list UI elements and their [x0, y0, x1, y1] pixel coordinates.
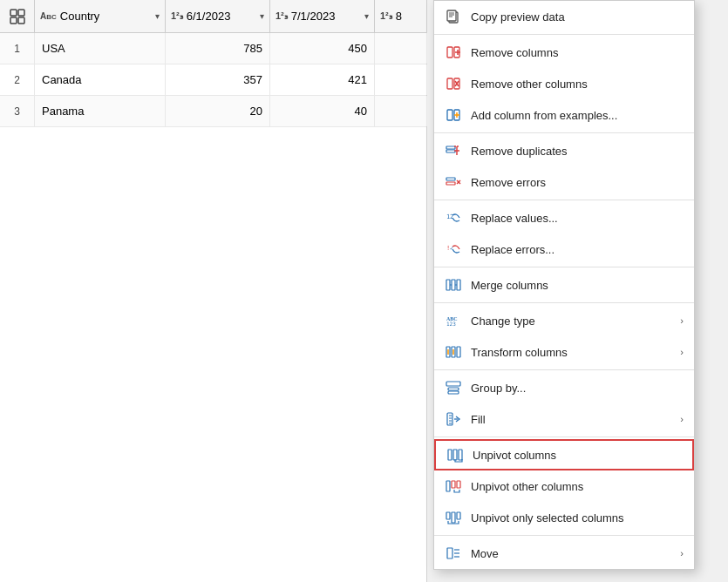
date3-col-label: 8 — [396, 10, 402, 23]
table-row: 2 Canada 357 421 — [0, 64, 426, 96]
svg-rect-62 — [452, 512, 455, 523]
menu-item-transform-columns[interactable]: Transform columns › — [434, 336, 694, 368]
svg-rect-37 — [457, 280, 460, 290]
column-header-country[interactable]: ABC Country ▾ — [35, 0, 166, 32]
fill-icon — [445, 410, 462, 428]
menu-item-unpivot-other-columns[interactable]: Unpivot other columns — [434, 470, 694, 502]
svg-rect-21 — [446, 146, 455, 149]
separator — [434, 535, 694, 536]
svg-rect-22 — [446, 150, 455, 152]
menu-item-remove-errors[interactable]: Remove errors — [434, 166, 694, 198]
menu-item-add-column-examples[interactable]: Add column from examples... — [434, 99, 694, 131]
change-type-arrow: › — [680, 315, 684, 326]
svg-rect-63 — [457, 512, 460, 519]
menu-item-unpivot-columns[interactable]: Unpivot columns — [434, 439, 694, 470]
cell-val3-3 — [375, 96, 427, 126]
svg-rect-9 — [447, 47, 452, 58]
menu-item-merge-columns[interactable]: Merge columns — [434, 269, 694, 301]
corner-header — [0, 0, 35, 32]
svg-rect-1 — [18, 10, 24, 16]
row-index-1: 1 — [0, 33, 35, 64]
transform-columns-label: Transform columns — [471, 346, 671, 359]
menu-item-change-type[interactable]: ABC 123 Change type › — [434, 305, 694, 336]
menu-item-remove-duplicates[interactable]: Remove duplicates — [434, 135, 694, 166]
cell-val1-3: 20 — [166, 96, 270, 126]
cell-val2-2: 421 — [270, 64, 375, 95]
svg-rect-2 — [10, 17, 17, 24]
cell-val2-3: 40 — [270, 96, 375, 126]
merge-columns-icon — [445, 276, 462, 294]
cell-val1-1: 785 — [166, 33, 270, 64]
cell-val2-1: 450 — [270, 33, 375, 64]
svg-rect-46 — [446, 382, 460, 386]
country-type-icon: ABC — [40, 11, 57, 21]
column-header-date1[interactable]: 1²₃ 6/1/2023 ▾ — [166, 0, 270, 32]
unpivot-selected-icon — [445, 509, 462, 526]
add-column-examples-label: Add column from examples... — [471, 109, 684, 122]
row-index-2: 2 — [0, 64, 35, 95]
separator — [434, 132, 694, 133]
move-label: Move — [471, 547, 671, 560]
table-row: 3 Panama 20 40 — [0, 96, 426, 127]
separator — [434, 34, 694, 35]
cell-val1-2: 357 — [166, 64, 270, 95]
svg-rect-5 — [447, 10, 456, 21]
svg-rect-17 — [447, 110, 452, 120]
country-dropdown-arrow[interactable]: ▾ — [155, 11, 160, 21]
menu-item-remove-columns[interactable]: Remove columns — [434, 37, 694, 68]
remove-errors-icon — [445, 173, 462, 191]
svg-rect-60 — [457, 481, 460, 488]
date1-dropdown-arrow[interactable]: ▾ — [260, 11, 264, 21]
column-header-date2[interactable]: 1²₃ 7/1/2023 ▾ — [270, 0, 375, 32]
separator — [434, 436, 694, 437]
svg-rect-59 — [452, 481, 455, 488]
date1-type-icon: 1²₃ — [171, 10, 183, 22]
menu-item-copy-preview[interactable]: Copy preview data — [434, 1, 694, 32]
menu-item-unpivot-selected[interactable]: Unpivot only selected columns — [434, 502, 694, 533]
remove-duplicates-label: Remove duplicates — [471, 145, 684, 158]
row-index-3: 3 — [0, 96, 35, 126]
svg-rect-34 — [446, 280, 450, 290]
move-icon — [445, 545, 462, 562]
menu-item-move[interactable]: Move › — [434, 538, 694, 569]
date2-dropdown-arrow[interactable]: ▾ — [364, 11, 369, 21]
replace-errors-label: Replace errors... — [471, 243, 684, 256]
menu-item-replace-values[interactable]: 1 2 Replace values... — [434, 202, 694, 233]
transform-columns-arrow: › — [680, 347, 684, 357]
remove-other-columns-label: Remove other columns — [471, 78, 684, 91]
menu-item-replace-errors[interactable]: ! ✓ Replace errors... — [434, 233, 694, 265]
replace-errors-icon: ! ✓ — [445, 240, 462, 258]
svg-rect-57 — [459, 450, 462, 460]
cell-val3-2 — [375, 64, 427, 95]
merge-columns-label: Merge columns — [471, 279, 684, 292]
svg-rect-27 — [446, 182, 455, 185]
svg-text:123: 123 — [446, 321, 456, 327]
date3-type-icon: 1²₃ — [380, 10, 392, 22]
remove-columns-label: Remove columns — [471, 46, 684, 59]
table-area: ABC Country ▾ 1²₃ 6/1/2023 ▾ 1²₃ 7/1/202… — [0, 0, 427, 582]
date1-col-label: 6/1/2023 — [187, 10, 231, 23]
menu-item-group-by[interactable]: Group by... — [434, 372, 694, 403]
unpivot-other-columns-label: Unpivot other columns — [471, 480, 684, 493]
svg-rect-0 — [10, 10, 17, 16]
menu-item-fill[interactable]: Fill › — [434, 403, 694, 435]
cell-val3-1 — [375, 33, 427, 64]
date2-col-label: 7/1/2023 — [291, 10, 336, 23]
table-header: ABC Country ▾ 1²₃ 6/1/2023 ▾ 1²₃ 7/1/202… — [0, 0, 426, 33]
svg-rect-56 — [453, 450, 457, 460]
add-column-examples-icon — [445, 106, 462, 124]
menu-item-remove-other-columns[interactable]: Remove other columns — [434, 68, 694, 99]
table-row: 1 USA 785 450 — [0, 33, 426, 64]
svg-rect-61 — [446, 512, 450, 519]
svg-rect-43 — [457, 347, 460, 357]
remove-other-columns-icon — [445, 75, 462, 92]
replace-values-icon: 1 2 — [445, 209, 462, 227]
svg-rect-58 — [446, 481, 450, 491]
svg-rect-47 — [448, 388, 459, 390]
svg-rect-64 — [447, 548, 452, 558]
replace-values-label: Replace values... — [471, 212, 684, 225]
remove-columns-icon — [445, 44, 462, 61]
column-header-date3[interactable]: 1²₃ 8 — [375, 0, 427, 32]
svg-rect-55 — [448, 450, 452, 460]
remove-errors-label: Remove errors — [471, 176, 684, 189]
